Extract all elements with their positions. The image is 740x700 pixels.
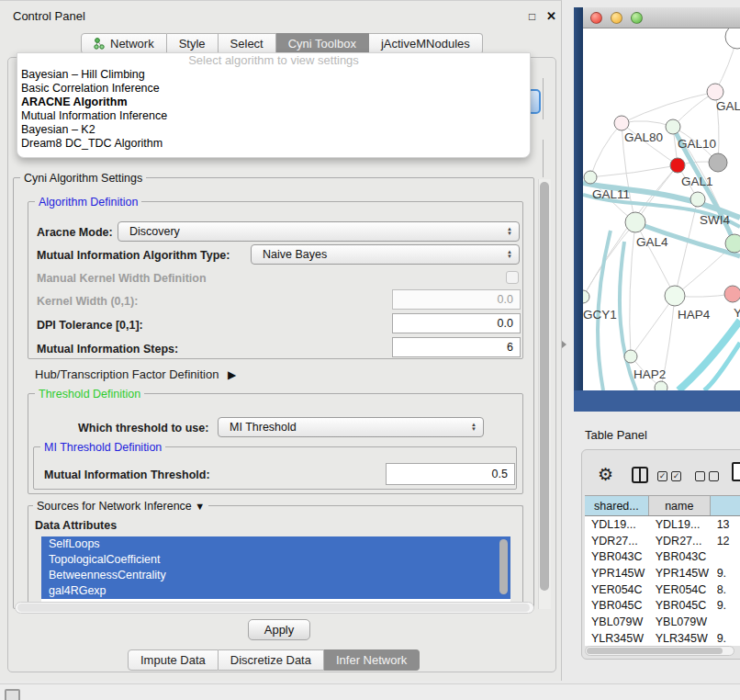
table-horizontal-scrollbar-thumb[interactable] bbox=[587, 648, 723, 654]
spinner-arrows-icon: ▲▼ bbox=[471, 423, 477, 432]
data-attribute-item[interactable]: SelfLoops bbox=[41, 536, 510, 552]
float-window-icon[interactable]: □ bbox=[529, 10, 535, 23]
checkbox-checked-icon[interactable]: ✓ bbox=[657, 471, 667, 481]
algorithm-option[interactable]: ARACNE Algorithm bbox=[17, 96, 530, 109]
table-column-header[interactable]: shared... bbox=[585, 496, 649, 515]
network-node[interactable] bbox=[724, 286, 740, 302]
which-threshold-label: Which threshold to use: bbox=[78, 422, 208, 435]
mi-type-select[interactable]: Naive Bayes ▲▼ bbox=[251, 244, 520, 265]
network-node-label: GAL bbox=[716, 99, 740, 113]
data-attribute-item[interactable]: BetweennessCentrality bbox=[41, 568, 510, 583]
network-node[interactable] bbox=[725, 234, 740, 253]
tab-discretize-data[interactable]: Discretize Data bbox=[219, 649, 324, 671]
network-window-titlebar[interactable] bbox=[583, 7, 740, 28]
checkbox-empty-icon[interactable] bbox=[709, 471, 719, 481]
table-cell: YER054C bbox=[649, 581, 711, 598]
algorithm-option[interactable]: Dream8 DC_TDC Algorithm bbox=[17, 137, 530, 151]
gear-icon[interactable]: ⚙ bbox=[598, 464, 613, 485]
network-node[interactable] bbox=[666, 119, 680, 134]
network-edge[interactable] bbox=[630, 222, 635, 356]
table-cell: YBR043C bbox=[585, 548, 649, 565]
column-layout-icon[interactable] bbox=[632, 467, 648, 483]
algorithm-option[interactable]: Bayesian – K2 bbox=[17, 123, 530, 137]
corner-panel-icon[interactable] bbox=[5, 689, 20, 700]
mi-threshold-label: Mutual Information Threshold: bbox=[44, 469, 210, 481]
algorithm-option[interactable]: Basic Correlation Inference bbox=[17, 82, 530, 96]
apply-button[interactable]: Apply bbox=[248, 619, 310, 640]
zoom-traffic-light[interactable] bbox=[631, 12, 643, 24]
panel-splitter-handle[interactable] bbox=[562, 341, 566, 348]
document-icon[interactable] bbox=[732, 462, 740, 481]
network-node[interactable] bbox=[655, 381, 667, 390]
network-node[interactable] bbox=[584, 171, 597, 184]
table-row[interactable]: YDL19...YDL19...13 bbox=[585, 516, 740, 533]
tab-impute-data[interactable]: Impute Data bbox=[128, 649, 219, 671]
mi-steps-label: Mutual Information Steps: bbox=[37, 343, 178, 356]
table-row[interactable]: YLR345WYLR345W9. bbox=[585, 630, 740, 646]
dpi-tolerance-field[interactable]: 0.0 bbox=[392, 313, 521, 333]
close-icon[interactable]: ✕ bbox=[546, 9, 556, 23]
network-node[interactable] bbox=[625, 212, 645, 232]
network-edge[interactable] bbox=[590, 165, 678, 177]
network-edge[interactable] bbox=[590, 123, 622, 177]
settings-vertical-scrollbar-thumb[interactable] bbox=[540, 182, 549, 591]
network-edge[interactable] bbox=[622, 92, 715, 123]
table-row[interactable]: YBL079WYBL079W bbox=[585, 614, 740, 630]
tab-select[interactable]: Select bbox=[219, 33, 276, 54]
network-window-bottom-border bbox=[574, 390, 740, 412]
tab-cyni-toolbox[interactable]: Cyni Toolbox bbox=[276, 33, 369, 54]
table-header-row: shared...name bbox=[585, 495, 740, 516]
network-edge[interactable] bbox=[675, 199, 698, 296]
table-row[interactable]: YBR045CYBR045C9. bbox=[585, 597, 740, 614]
close-traffic-light[interactable] bbox=[590, 12, 602, 24]
algorithm-option[interactable]: Bayesian – Hill Climbing bbox=[17, 68, 530, 82]
table-row[interactable]: YDR27...YDR27...12 bbox=[585, 533, 740, 549]
node-attribute-table: shared...name YDL19...YDL19...13YDR27...… bbox=[585, 495, 740, 646]
table-cell: YBL079W bbox=[585, 614, 649, 630]
data-attribute-item[interactable]: gal4RGexp bbox=[41, 583, 510, 599]
network-node[interactable] bbox=[690, 192, 705, 207]
minimize-traffic-light[interactable] bbox=[611, 12, 622, 24]
network-edge[interactable] bbox=[704, 343, 740, 390]
network-node-label: SWI4 bbox=[700, 213, 730, 227]
kernel-width-field[interactable]: 0.0 bbox=[392, 289, 521, 310]
attributes-list-scrollbar[interactable] bbox=[499, 539, 508, 594]
network-node[interactable] bbox=[707, 84, 723, 100]
table-cell: YBR045C bbox=[649, 597, 711, 614]
data-attributes-list[interactable]: SelfLoopsTopologicalCoefficientBetweenne… bbox=[41, 536, 510, 602]
algorithm-option[interactable]: Mutual Information Inference bbox=[17, 109, 530, 123]
table-column-header[interactable] bbox=[711, 496, 740, 515]
network-node[interactable] bbox=[624, 350, 637, 363]
hub-section-toggle[interactable]: Hub/Transcription Factor Definition ▶ bbox=[35, 367, 236, 381]
table-row[interactable]: YBR043CYBR043C bbox=[585, 548, 740, 565]
tab-infer-network[interactable]: Infer Network bbox=[324, 649, 420, 671]
mi-steps-field[interactable]: 6 bbox=[392, 337, 521, 357]
manual-kernel-checkbox[interactable] bbox=[506, 271, 519, 284]
tab-jactivemnodules[interactable]: jActiveMNodules bbox=[369, 33, 483, 54]
settings-horizontal-scrollbar-thumb[interactable] bbox=[17, 604, 530, 612]
table-column-header[interactable]: name bbox=[649, 496, 711, 515]
table-row[interactable]: YER054CYER054C8. bbox=[585, 581, 740, 598]
network-node[interactable] bbox=[583, 290, 589, 303]
network-node[interactable] bbox=[614, 116, 629, 130]
checkbox-checked-icon[interactable]: ✓ bbox=[671, 471, 681, 481]
network-node[interactable] bbox=[725, 28, 740, 49]
sources-group-toggle[interactable]: Sources for Network Inference ▼ bbox=[33, 500, 208, 513]
network-node-label: GAL4 bbox=[636, 235, 668, 249]
network-view-canvas[interactable]: GALGAL80GAL10GAL1GAL11SWI4GAL4GCY1HAP4YH… bbox=[583, 28, 740, 390]
network-node-label: GAL11 bbox=[592, 187, 630, 201]
network-node[interactable] bbox=[670, 158, 685, 173]
network-node[interactable] bbox=[665, 286, 685, 306]
which-threshold-select[interactable]: MI Threshold ▲▼ bbox=[218, 417, 484, 437]
control-panel-title: Control Panel bbox=[13, 9, 85, 23]
table-row[interactable]: YPR145WYPR145W9. bbox=[585, 565, 740, 581]
checkbox-empty-icon[interactable] bbox=[695, 471, 705, 481]
tab-style[interactable]: Style bbox=[167, 33, 219, 54]
network-node[interactable] bbox=[709, 153, 727, 172]
data-attribute-item[interactable]: TopologicalCoefficient bbox=[41, 552, 510, 568]
table-cell bbox=[711, 614, 740, 630]
tab-network[interactable]: Network bbox=[81, 33, 167, 54]
aracne-mode-label: Aracne Mode: bbox=[37, 226, 113, 239]
aracne-mode-select[interactable]: Discovery ▲▼ bbox=[118, 221, 520, 242]
mi-threshold-field[interactable]: 0.5 bbox=[386, 463, 515, 485]
